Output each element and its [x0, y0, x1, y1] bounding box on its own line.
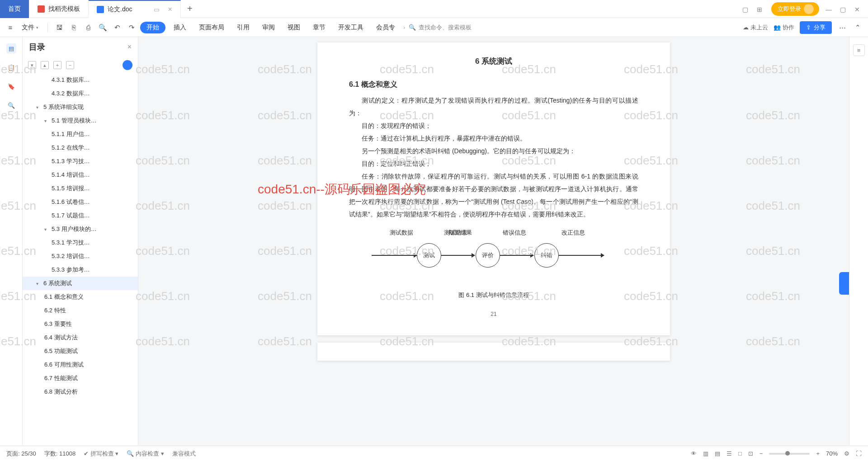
grid-icon[interactable]: ⊞ [757, 6, 765, 12]
outline-item[interactable]: 6.2 特性 [23, 304, 138, 317]
export-icon[interactable]: ⎘ [69, 23, 79, 33]
view4-icon[interactable]: □ [738, 450, 742, 457]
outline-title: 目录 [29, 42, 45, 52]
menu-section[interactable]: 章节 [308, 22, 330, 33]
maximize-icon[interactable]: ▢ [840, 6, 848, 12]
settings-icon[interactable]: ⚙ [844, 450, 849, 457]
paragraph: 另一个预测是相关的术语叫纠错 (Debugging)。它的目的与任务可以规定为： [349, 145, 638, 157]
zoom-out-icon[interactable]: − [760, 450, 763, 457]
zoom-fit-icon[interactable]: ⊡ [748, 450, 753, 457]
outline-item-label: 4.3.2 数据库… [52, 89, 90, 98]
menu-review[interactable]: 审阅 [258, 22, 279, 33]
menu-layout[interactable]: 页面布局 [194, 22, 229, 33]
print-icon[interactable]: ⎙ [83, 23, 93, 33]
tab-home[interactable]: 首页 [0, 0, 29, 18]
add-heading-icon[interactable]: + [53, 61, 61, 69]
outline-item[interactable]: 5.1.7 试题信… [23, 209, 138, 222]
compat-mode[interactable]: 兼容模式 [172, 450, 196, 458]
remove-heading-icon[interactable]: − [66, 61, 74, 69]
outline-item[interactable]: 5.3.1 学习技… [23, 236, 138, 249]
view1-icon[interactable]: ▥ [703, 450, 708, 457]
share-button[interactable]: ⇪分享 [800, 21, 832, 34]
zoom-value[interactable]: 70% [826, 450, 838, 457]
document-page-next [317, 343, 670, 361]
expand-all-icon[interactable]: ▴ [41, 61, 49, 69]
zoom-slider[interactable] [769, 453, 810, 455]
right-menu-icon[interactable]: ≡ [853, 44, 865, 56]
minimize-icon[interactable]: ― [826, 6, 834, 12]
clipboard-icon[interactable]: 📋 [6, 62, 16, 72]
outline-item[interactable]: 5.1.3 学习技… [23, 155, 138, 168]
login-button[interactable]: 立即登录 [771, 2, 819, 16]
menu-dev[interactable]: 开发工具 [334, 22, 368, 33]
outline-item[interactable]: 5.1.2 在线学… [23, 141, 138, 155]
menu-start[interactable]: 开始 [140, 22, 165, 33]
tab-close-icon[interactable]: × [168, 5, 172, 14]
preview-icon[interactable]: 🔍 [98, 23, 108, 33]
cloud-status[interactable]: ☁未上云 [743, 24, 768, 32]
tab-template[interactable]: 找稻壳模板 [29, 0, 89, 18]
menu-insert[interactable]: 插入 [169, 22, 191, 33]
menu-view[interactable]: 视图 [283, 22, 305, 33]
outline-icon[interactable]: ▤ [6, 43, 16, 53]
tab-document[interactable]: 论文.doc ▭ × [89, 0, 181, 18]
outline-item[interactable]: 6.1 概念和意义 [23, 290, 138, 304]
document-area[interactable]: 📄 6 系统测试 6.1 概念和意义 测试的定义：程序测试是为了发现错误而执行程… [138, 37, 849, 446]
fullscreen-icon[interactable]: ⛶ [856, 450, 862, 457]
outline-item[interactable]: 5.3.3 参加考… [23, 263, 138, 277]
diagram-node: 纠错 [534, 243, 559, 268]
undo-icon[interactable]: ↶ [112, 23, 122, 33]
outline-badge[interactable] [123, 60, 132, 70]
view2-icon[interactable]: ▤ [715, 450, 720, 457]
outline-item[interactable]: 5.1.5 培训报… [23, 182, 138, 195]
menu-icon[interactable]: ≡ [5, 23, 15, 33]
chevron-icon: ▾ [44, 227, 50, 232]
zoom-in-icon[interactable]: + [816, 450, 820, 457]
find-icon[interactable]: 🔍 [6, 100, 16, 110]
layout-icon[interactable]: ▢ [742, 6, 750, 12]
window-split-icon[interactable]: ▭ [154, 6, 160, 13]
outline-item[interactable]: 5.1.6 试卷信… [23, 195, 138, 209]
outline-item[interactable]: 6.8 测试分析 [23, 385, 138, 399]
outline-item[interactable]: ▾5.3 用户模块的… [23, 222, 138, 236]
outline-item[interactable]: 6.7 性能测试 [23, 372, 138, 385]
menu-reference[interactable]: 引用 [232, 22, 254, 33]
outline-item[interactable]: 5.3.2 培训信… [23, 249, 138, 263]
status-bar: 页面: 25/30 字数: 11008 ✔ 拼写检查 ▾ 🔍 内容检查 ▾ 兼容… [0, 446, 868, 461]
bookmark-icon[interactable]: 🔖 [6, 81, 16, 91]
chapter-title: 6 系统测试 [349, 56, 638, 66]
outline-item[interactable]: 6.4 测试方法 [23, 331, 138, 344]
word-count[interactable]: 字数: 11008 [44, 450, 75, 458]
page-count[interactable]: 页面: 25/30 [6, 450, 36, 458]
ribbon-more-icon[interactable]: ⋯ [837, 23, 847, 33]
collab-button[interactable]: 👥协作 [774, 24, 794, 32]
outline-item[interactable]: ▾5.1 管理员模块… [23, 114, 138, 127]
command-search[interactable]: 🔍查找命令、搜索模板 [409, 24, 472, 32]
close-icon[interactable]: ✕ [854, 6, 863, 12]
outline-item[interactable]: 4.3.1 数据库… [23, 73, 138, 87]
outline-item[interactable]: ▾6 系统测试 [23, 277, 138, 290]
collapse-all-icon[interactable]: ▾ [28, 61, 36, 69]
file-menu[interactable]: 文件▾ [19, 24, 41, 32]
view3-icon[interactable]: ☰ [726, 450, 732, 457]
outline-item[interactable]: 5.1.1 用户信… [23, 127, 138, 141]
ribbon-overflow-icon[interactable]: › [403, 24, 405, 31]
spell-check[interactable]: ✔ 拼写检查 ▾ [84, 450, 118, 458]
chevron-icon: ▾ [44, 118, 50, 123]
outline-item[interactable]: 6.3 重要性 [23, 317, 138, 331]
outline-item[interactable]: ▾5 系统详细实现 [23, 100, 138, 114]
outline-item[interactable]: 6.6 可用性测试 [23, 358, 138, 372]
save-icon[interactable]: 🖫 [54, 23, 64, 33]
outline-item[interactable]: 4.3.2 数据库… [23, 87, 138, 100]
side-tab[interactable] [839, 272, 849, 295]
outline-item[interactable]: 5.1.4 培训信… [23, 168, 138, 182]
redo-icon[interactable]: ↷ [127, 23, 137, 33]
new-tab-button[interactable]: + [181, 4, 199, 14]
eye-icon[interactable]: 👁 [691, 450, 697, 457]
outline-item[interactable]: 6.5 功能测试 [23, 344, 138, 358]
outline-close-icon[interactable]: × [127, 43, 132, 51]
ribbon-collapse-icon[interactable]: ⌃ [853, 23, 863, 33]
menu-member[interactable]: 会员专 [372, 22, 400, 33]
paragraph: 任务：消除软件故障，保证程序的可靠运行。测试与纠错的关系，可以用图 6-1 的数… [349, 170, 638, 221]
content-check[interactable]: 🔍 内容检查 ▾ [127, 450, 164, 458]
